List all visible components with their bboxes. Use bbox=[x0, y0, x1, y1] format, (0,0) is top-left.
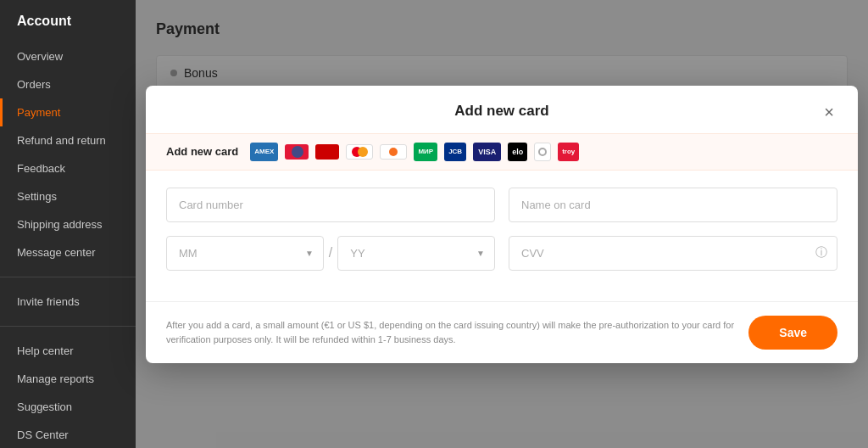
modal-form: MM 01020304 05060708 09101112 ▼ / YY 2 bbox=[146, 171, 858, 301]
modal-header: Add new card × bbox=[146, 86, 858, 133]
sidebar-item-orders[interactable]: Orders bbox=[0, 70, 136, 98]
sidebar-item-settings[interactable]: Settings bbox=[0, 182, 136, 210]
troy-icon: troy bbox=[558, 143, 579, 161]
sidebar-item-shipping[interactable]: Shipping address bbox=[0, 210, 136, 238]
main-content: Payment Bonus Add new card × Add new car… bbox=[136, 0, 868, 448]
amex-icon: AMEX bbox=[250, 143, 278, 161]
sidebar-item-invite[interactable]: Invite friends bbox=[0, 288, 136, 316]
mir-icon: МИР bbox=[414, 143, 437, 161]
sidebar-divider bbox=[0, 277, 136, 277]
sidebar-item-feedback[interactable]: Feedback bbox=[0, 154, 136, 182]
save-button[interactable]: Save bbox=[748, 316, 837, 350]
cvv-input[interactable] bbox=[509, 236, 837, 271]
visa-icon: VISA bbox=[473, 143, 501, 161]
sidebar-item-suggestion[interactable]: Suggestion bbox=[0, 393, 136, 421]
date-separator: / bbox=[324, 245, 337, 260]
sidebar: Account Overview Orders Payment Refund a… bbox=[0, 0, 136, 448]
year-field: YY 24252627 282930 ▼ bbox=[337, 236, 495, 271]
card-tab-bar: Add new card AMEX МИР JCB VISA elo bbox=[146, 133, 858, 171]
card-number-input[interactable] bbox=[166, 188, 495, 222]
jcb-icon: JCB bbox=[444, 143, 466, 161]
name-on-card-field bbox=[509, 188, 837, 222]
cvv-field: ⓘ bbox=[509, 236, 837, 271]
expiry-group: MM 01020304 05060708 09101112 ▼ / YY 2 bbox=[166, 236, 495, 271]
sidebar-title: Account bbox=[0, 14, 136, 42]
modal-close-button[interactable]: × bbox=[817, 101, 841, 125]
add-card-modal: Add new card × Add new card AMEX МИР JCB bbox=[146, 86, 858, 363]
sidebar-item-help[interactable]: Help center bbox=[0, 337, 136, 365]
card-tab-label[interactable]: Add new card bbox=[166, 145, 238, 158]
mastercard-icon bbox=[346, 144, 373, 160]
year-select[interactable]: YY 24252627 282930 bbox=[337, 236, 495, 271]
elo-icon: elo bbox=[508, 143, 527, 161]
sidebar-divider-2 bbox=[0, 326, 136, 327]
discover-icon bbox=[380, 144, 407, 160]
modal-overlay: Add new card × Add new card AMEX МИР JCB bbox=[136, 0, 868, 448]
month-select[interactable]: MM 01020304 05060708 09101112 bbox=[166, 236, 324, 271]
cvv-info-icon[interactable]: ⓘ bbox=[815, 245, 827, 260]
sidebar-item-payment[interactable]: Payment bbox=[0, 98, 136, 126]
month-field: MM 01020304 05060708 09101112 ▼ bbox=[166, 236, 324, 271]
diners-icon bbox=[534, 143, 551, 161]
generic-red-icon bbox=[315, 144, 339, 160]
sidebar-item-reports[interactable]: Manage reports bbox=[0, 365, 136, 393]
modal-footer: After you add a card, a small amount (€1… bbox=[146, 301, 858, 363]
form-row-2: MM 01020304 05060708 09101112 ▼ / YY 2 bbox=[166, 236, 837, 271]
maestro-icon bbox=[285, 144, 309, 160]
card-number-field bbox=[166, 188, 495, 222]
footer-disclaimer: After you add a card, a small amount (€1… bbox=[166, 318, 735, 346]
modal-title: Add new card bbox=[454, 103, 548, 120]
sidebar-item-overview[interactable]: Overview bbox=[0, 42, 136, 70]
form-row-1 bbox=[166, 188, 837, 222]
sidebar-item-refund[interactable]: Refund and return bbox=[0, 126, 136, 154]
name-on-card-input[interactable] bbox=[509, 188, 837, 222]
sidebar-item-ds[interactable]: DS Center bbox=[0, 421, 136, 448]
sidebar-item-message[interactable]: Message center bbox=[0, 238, 136, 266]
